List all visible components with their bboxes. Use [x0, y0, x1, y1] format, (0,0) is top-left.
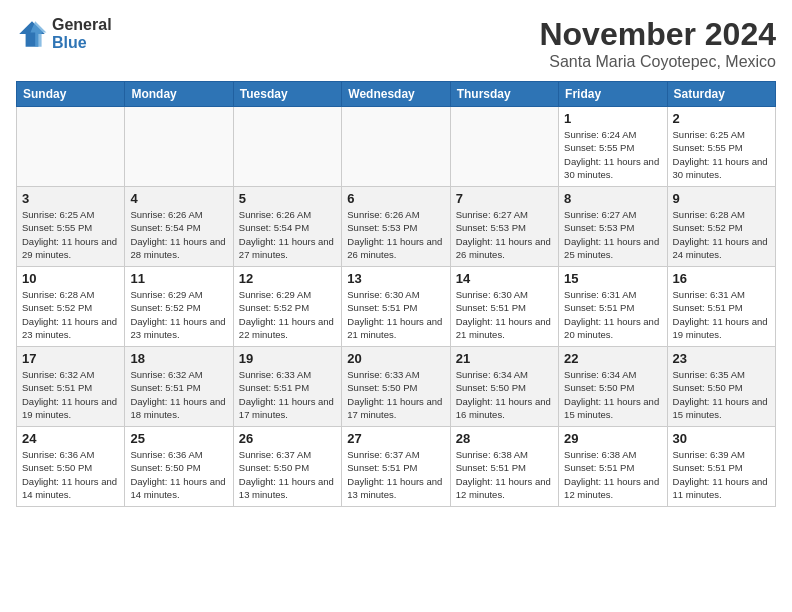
calendar-cell: 27Sunrise: 6:37 AM Sunset: 5:51 PM Dayli…: [342, 427, 450, 507]
calendar-cell: 6Sunrise: 6:26 AM Sunset: 5:53 PM Daylig…: [342, 187, 450, 267]
day-number: 19: [239, 351, 336, 366]
calendar-cell: 24Sunrise: 6:36 AM Sunset: 5:50 PM Dayli…: [17, 427, 125, 507]
day-info: Sunrise: 6:39 AM Sunset: 5:51 PM Dayligh…: [673, 448, 770, 501]
day-info: Sunrise: 6:32 AM Sunset: 5:51 PM Dayligh…: [130, 368, 227, 421]
calendar-cell: [17, 107, 125, 187]
calendar-cell: 11Sunrise: 6:29 AM Sunset: 5:52 PM Dayli…: [125, 267, 233, 347]
location-title: Santa Maria Coyotepec, Mexico: [539, 53, 776, 71]
day-info: Sunrise: 6:33 AM Sunset: 5:51 PM Dayligh…: [239, 368, 336, 421]
calendar-cell: [125, 107, 233, 187]
calendar-cell: 9Sunrise: 6:28 AM Sunset: 5:52 PM Daylig…: [667, 187, 775, 267]
calendar-week-row: 24Sunrise: 6:36 AM Sunset: 5:50 PM Dayli…: [17, 427, 776, 507]
day-number: 9: [673, 191, 770, 206]
calendar-week-row: 10Sunrise: 6:28 AM Sunset: 5:52 PM Dayli…: [17, 267, 776, 347]
day-number: 25: [130, 431, 227, 446]
calendar-cell: 17Sunrise: 6:32 AM Sunset: 5:51 PM Dayli…: [17, 347, 125, 427]
day-info: Sunrise: 6:35 AM Sunset: 5:50 PM Dayligh…: [673, 368, 770, 421]
day-info: Sunrise: 6:32 AM Sunset: 5:51 PM Dayligh…: [22, 368, 119, 421]
calendar-cell: 10Sunrise: 6:28 AM Sunset: 5:52 PM Dayli…: [17, 267, 125, 347]
calendar-cell: [450, 107, 558, 187]
day-number: 27: [347, 431, 444, 446]
day-info: Sunrise: 6:34 AM Sunset: 5:50 PM Dayligh…: [564, 368, 661, 421]
calendar-cell: 7Sunrise: 6:27 AM Sunset: 5:53 PM Daylig…: [450, 187, 558, 267]
day-number: 2: [673, 111, 770, 126]
day-info: Sunrise: 6:26 AM Sunset: 5:54 PM Dayligh…: [239, 208, 336, 261]
day-info: Sunrise: 6:38 AM Sunset: 5:51 PM Dayligh…: [564, 448, 661, 501]
day-info: Sunrise: 6:26 AM Sunset: 5:53 PM Dayligh…: [347, 208, 444, 261]
calendar-cell: 5Sunrise: 6:26 AM Sunset: 5:54 PM Daylig…: [233, 187, 341, 267]
day-number: 28: [456, 431, 553, 446]
weekday-header-sunday: Sunday: [17, 82, 125, 107]
calendar-cell: 22Sunrise: 6:34 AM Sunset: 5:50 PM Dayli…: [559, 347, 667, 427]
day-info: Sunrise: 6:27 AM Sunset: 5:53 PM Dayligh…: [564, 208, 661, 261]
logo-icon: [16, 18, 48, 50]
calendar-cell: 8Sunrise: 6:27 AM Sunset: 5:53 PM Daylig…: [559, 187, 667, 267]
day-info: Sunrise: 6:29 AM Sunset: 5:52 PM Dayligh…: [239, 288, 336, 341]
day-info: Sunrise: 6:37 AM Sunset: 5:50 PM Dayligh…: [239, 448, 336, 501]
day-number: 16: [673, 271, 770, 286]
calendar-cell: 28Sunrise: 6:38 AM Sunset: 5:51 PM Dayli…: [450, 427, 558, 507]
calendar-cell: 4Sunrise: 6:26 AM Sunset: 5:54 PM Daylig…: [125, 187, 233, 267]
logo-general: General: [52, 16, 112, 34]
calendar-cell: 2Sunrise: 6:25 AM Sunset: 5:55 PM Daylig…: [667, 107, 775, 187]
day-info: Sunrise: 6:25 AM Sunset: 5:55 PM Dayligh…: [22, 208, 119, 261]
calendar-cell: [233, 107, 341, 187]
day-number: 1: [564, 111, 661, 126]
day-number: 23: [673, 351, 770, 366]
logo: General Blue: [16, 16, 112, 51]
calendar-cell: 13Sunrise: 6:30 AM Sunset: 5:51 PM Dayli…: [342, 267, 450, 347]
day-number: 18: [130, 351, 227, 366]
calendar-cell: 20Sunrise: 6:33 AM Sunset: 5:50 PM Dayli…: [342, 347, 450, 427]
weekday-header-row: SundayMondayTuesdayWednesdayThursdayFrid…: [17, 82, 776, 107]
calendar-cell: 30Sunrise: 6:39 AM Sunset: 5:51 PM Dayli…: [667, 427, 775, 507]
calendar-cell: 16Sunrise: 6:31 AM Sunset: 5:51 PM Dayli…: [667, 267, 775, 347]
day-info: Sunrise: 6:28 AM Sunset: 5:52 PM Dayligh…: [673, 208, 770, 261]
day-info: Sunrise: 6:29 AM Sunset: 5:52 PM Dayligh…: [130, 288, 227, 341]
day-number: 11: [130, 271, 227, 286]
day-number: 4: [130, 191, 227, 206]
day-info: Sunrise: 6:34 AM Sunset: 5:50 PM Dayligh…: [456, 368, 553, 421]
day-number: 6: [347, 191, 444, 206]
calendar-week-row: 1Sunrise: 6:24 AM Sunset: 5:55 PM Daylig…: [17, 107, 776, 187]
page: General Blue November 2024 Santa Maria C…: [0, 0, 792, 523]
calendar-body: 1Sunrise: 6:24 AM Sunset: 5:55 PM Daylig…: [17, 107, 776, 507]
day-number: 15: [564, 271, 661, 286]
day-number: 21: [456, 351, 553, 366]
calendar-week-row: 17Sunrise: 6:32 AM Sunset: 5:51 PM Dayli…: [17, 347, 776, 427]
title-block: November 2024 Santa Maria Coyotepec, Mex…: [539, 16, 776, 71]
day-info: Sunrise: 6:30 AM Sunset: 5:51 PM Dayligh…: [456, 288, 553, 341]
day-info: Sunrise: 6:36 AM Sunset: 5:50 PM Dayligh…: [130, 448, 227, 501]
day-number: 17: [22, 351, 119, 366]
day-info: Sunrise: 6:31 AM Sunset: 5:51 PM Dayligh…: [673, 288, 770, 341]
day-info: Sunrise: 6:37 AM Sunset: 5:51 PM Dayligh…: [347, 448, 444, 501]
day-info: Sunrise: 6:30 AM Sunset: 5:51 PM Dayligh…: [347, 288, 444, 341]
day-number: 24: [22, 431, 119, 446]
day-number: 20: [347, 351, 444, 366]
day-info: Sunrise: 6:36 AM Sunset: 5:50 PM Dayligh…: [22, 448, 119, 501]
day-number: 22: [564, 351, 661, 366]
day-info: Sunrise: 6:31 AM Sunset: 5:51 PM Dayligh…: [564, 288, 661, 341]
header: General Blue November 2024 Santa Maria C…: [16, 16, 776, 71]
day-number: 5: [239, 191, 336, 206]
calendar-cell: [342, 107, 450, 187]
day-number: 3: [22, 191, 119, 206]
day-info: Sunrise: 6:38 AM Sunset: 5:51 PM Dayligh…: [456, 448, 553, 501]
weekday-header-thursday: Thursday: [450, 82, 558, 107]
calendar-week-row: 3Sunrise: 6:25 AM Sunset: 5:55 PM Daylig…: [17, 187, 776, 267]
day-number: 29: [564, 431, 661, 446]
calendar-cell: 1Sunrise: 6:24 AM Sunset: 5:55 PM Daylig…: [559, 107, 667, 187]
logo-text: General Blue: [52, 16, 112, 51]
month-title: November 2024: [539, 16, 776, 53]
day-number: 8: [564, 191, 661, 206]
day-info: Sunrise: 6:28 AM Sunset: 5:52 PM Dayligh…: [22, 288, 119, 341]
calendar-header: SundayMondayTuesdayWednesdayThursdayFrid…: [17, 82, 776, 107]
calendar-cell: 12Sunrise: 6:29 AM Sunset: 5:52 PM Dayli…: [233, 267, 341, 347]
day-info: Sunrise: 6:25 AM Sunset: 5:55 PM Dayligh…: [673, 128, 770, 181]
calendar-cell: 19Sunrise: 6:33 AM Sunset: 5:51 PM Dayli…: [233, 347, 341, 427]
day-number: 13: [347, 271, 444, 286]
day-number: 12: [239, 271, 336, 286]
day-info: Sunrise: 6:24 AM Sunset: 5:55 PM Dayligh…: [564, 128, 661, 181]
day-number: 30: [673, 431, 770, 446]
calendar-cell: 29Sunrise: 6:38 AM Sunset: 5:51 PM Dayli…: [559, 427, 667, 507]
weekday-header-monday: Monday: [125, 82, 233, 107]
